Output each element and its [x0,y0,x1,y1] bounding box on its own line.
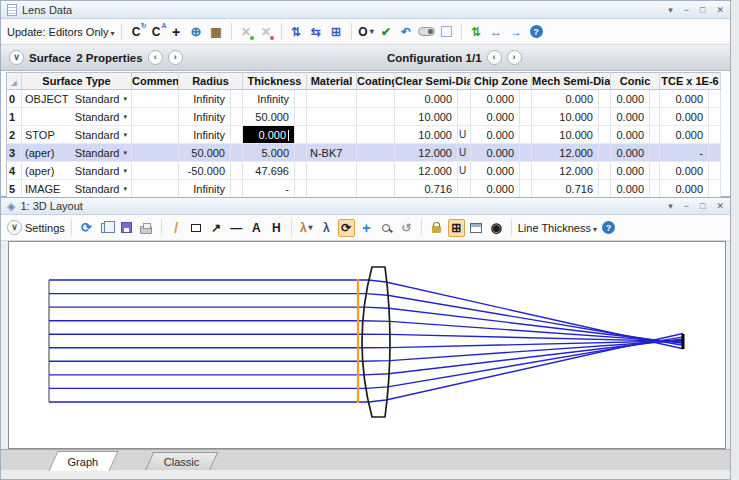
coating-cell[interactable] [357,108,395,126]
refresh-icon[interactable]: ⟳ [78,219,95,237]
clear-semi-dia-cell[interactable]: 10.000 [395,126,458,144]
row-selector-header[interactable]: ◢ [7,73,22,90]
material-cell[interactable] [307,126,357,144]
tce-flag[interactable] [709,108,721,126]
conic-flag[interactable] [650,126,660,144]
mech-semi-dia-cell[interactable]: 10.000 [532,126,599,144]
next-surface-button[interactable]: › [168,50,183,65]
comment-cell[interactable] [132,108,179,126]
radius-flag[interactable] [231,144,243,162]
table-row[interactable]: 0 OBJECTStandard▾ Infinity Infinity 0.00… [7,90,721,108]
clear-semi-dia-cell[interactable]: 0.716 [395,180,458,198]
radius-flag[interactable] [231,162,243,180]
global-coordinates-icon[interactable]: ⊕ [188,23,205,41]
draw-arrow-icon[interactable]: ↗ [208,219,225,237]
thickness-flag[interactable] [295,126,307,144]
copy-icon[interactable] [98,219,115,237]
conic-cell[interactable]: 0.000 [611,108,650,126]
close-icon[interactable]: ✕ [716,5,724,15]
prev-config-button[interactable]: ‹ [487,50,502,65]
settings-expand-button[interactable]: ∨ [7,220,22,235]
thickness-cell[interactable]: 47.696 [243,162,295,180]
lens-data-titlebar[interactable]: Lens Data ▾ − □ ✕ [1,1,730,19]
col-material[interactable]: Material [307,73,357,90]
conic-cell[interactable]: 0.000 [611,90,650,108]
next-config-button[interactable]: › [507,50,522,65]
comment-cell[interactable] [132,144,179,162]
mech-semi-dia-cell[interactable]: 0.716 [532,180,599,198]
clear-semi-dia-flag[interactable]: U [458,126,471,144]
conic-flag[interactable] [650,180,660,198]
chip-zone-cell[interactable]: 0.000 [471,108,520,126]
thickness-cell[interactable]: 5.000 [243,144,295,162]
system-aperture-icon[interactable]: O▾ [358,23,375,41]
table-row[interactable]: 2 STOPStandard▾ Infinity 0.000 10.000U 0… [7,126,721,144]
expand-properties-button[interactable]: ∨ [9,50,24,65]
comment-cell[interactable] [132,180,179,198]
row-number[interactable]: 2 [7,126,22,144]
quad-view-icon[interactable]: ⊞ [448,219,465,237]
thickness-flag[interactable] [295,90,307,108]
minimize-icon[interactable]: − [684,5,689,15]
material-cell[interactable] [307,108,357,126]
tce-cell[interactable]: 0.000 [660,180,709,198]
fit-columns-icon[interactable]: ↔ [488,23,505,41]
col-surface-type[interactable]: Surface Type [22,73,132,90]
conic-cell[interactable]: 0.000 [611,162,650,180]
save-image-icon[interactable] [118,219,135,237]
radius-cell[interactable]: Infinity [179,108,231,126]
tce-cell[interactable]: 0.000 [660,162,709,180]
row-number[interactable]: 0 [7,90,22,108]
surface-type-cell[interactable]: Standard▾ [22,108,132,126]
clear-semi-dia-flag[interactable] [458,108,471,126]
col-coating[interactable]: Coating [357,73,395,90]
comment-cell[interactable] [132,162,179,180]
update-mode-dropdown[interactable]: Update: Editors Only▾ [7,26,115,38]
comment-cell[interactable] [132,126,179,144]
apply-check-icon[interactable]: ✔ [378,23,395,41]
chip-zone-flag[interactable] [520,180,532,198]
coating-cell[interactable] [357,90,395,108]
isometric-view-icon[interactable]: λ [318,219,335,237]
prev-surface-button[interactable]: ‹ [148,50,163,65]
mech-semi-dia-flag[interactable] [599,180,611,198]
draw-line-icon[interactable]: / [168,219,185,237]
surface-type-cell[interactable]: (aper)Standard▾ [22,144,132,162]
rotate-tool-icon[interactable]: ⟳ [338,219,355,237]
line-thickness-dropdown[interactable]: Line Thickness▾ [518,222,597,234]
chip-zone-flag[interactable] [520,90,532,108]
goto-surface-icon[interactable]: → [508,23,525,41]
reset-view-icon[interactable]: ↺ [398,219,415,237]
set-vertex-icon[interactable]: + [168,23,185,41]
radius-cell[interactable]: Infinity [179,126,231,144]
mech-semi-dia-flag[interactable] [599,90,611,108]
tce-flag[interactable] [709,162,721,180]
help-icon[interactable]: ? [600,219,617,237]
thickness-flag[interactable] [295,108,307,126]
new-window-icon[interactable] [468,219,485,237]
chip-zone-flag[interactable] [520,144,532,162]
table-row-selected[interactable]: 3 (aper)Standard▾ 50.000 5.000 N-BK7 12.… [7,144,721,162]
col-radius[interactable]: Radius [179,73,243,90]
mech-semi-dia-flag[interactable] [599,144,611,162]
layout-titlebar[interactable]: ◈ 1: 3D Layout ▾ − □ ✕ [1,198,730,215]
settings-label[interactable]: Settings [25,222,65,234]
draw-rectangle-icon[interactable] [188,219,205,237]
minimize-icon[interactable]: − [684,201,689,211]
chip-zone-flag[interactable] [520,108,532,126]
clear-semi-dia-cell[interactable]: 12.000 [395,162,458,180]
close-icon[interactable]: ✕ [716,201,724,211]
update-all-icon[interactable]: CA [148,23,165,41]
lock-view-icon[interactable] [428,219,445,237]
mech-semi-dia-cell[interactable]: 12.000 [532,162,599,180]
surface-report-icon[interactable]: ▦ [208,23,225,41]
scale-lens-icon[interactable]: ⇆ [308,23,325,41]
radius-flag[interactable] [231,108,243,126]
radius-flag[interactable] [231,90,243,108]
insert-text-icon[interactable]: A [248,219,265,237]
radius-cell[interactable]: 50.000 [179,144,231,162]
toggle-icon[interactable] [418,23,435,41]
delete-surface-icon[interactable]: ✕ [258,23,275,41]
chip-zone-cell[interactable]: 0.000 [471,144,520,162]
mech-semi-dia-flag[interactable] [599,162,611,180]
